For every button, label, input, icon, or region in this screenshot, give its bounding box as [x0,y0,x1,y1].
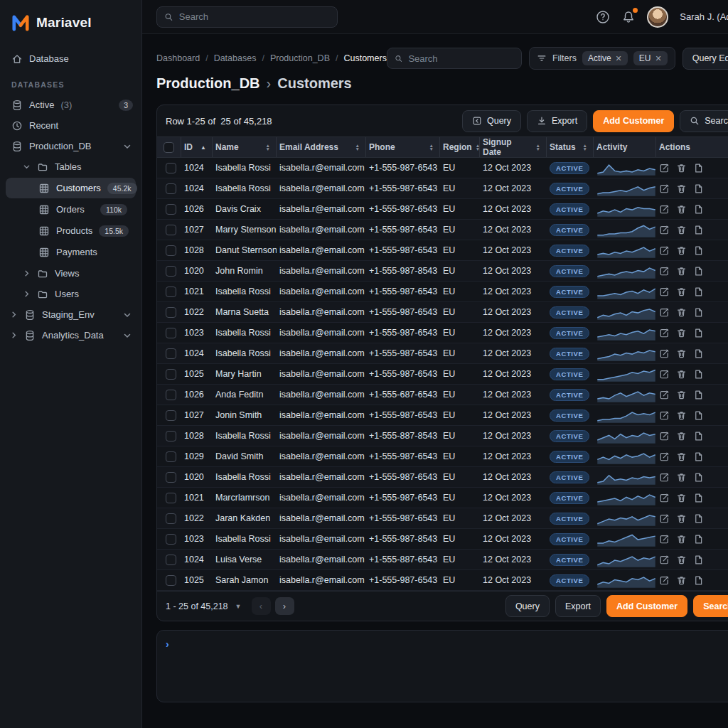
help-icon[interactable] [596,10,610,24]
export-button[interactable]: Export [527,110,587,132]
row-checkbox[interactable] [166,555,176,565]
filter-chip-active[interactable]: Active ✕ [582,51,628,65]
row-checkbox[interactable] [166,513,176,524]
edit-button[interactable] [659,451,670,462]
row-checkbox[interactable] [166,369,176,380]
table-row[interactable]: 1024 Isabella Rossi isabella.r@email.com… [157,158,728,178]
document-button[interactable] [693,307,704,318]
edit-button[interactable] [659,513,670,524]
row-checkbox[interactable] [166,534,176,545]
document-button[interactable] [693,451,704,462]
row-checkbox[interactable] [166,493,176,503]
edit-button[interactable] [659,307,670,318]
sidebar-item-recent[interactable]: Recent [0,115,141,136]
sidebar-item-tables[interactable]: Tables [0,156,141,177]
document-button[interactable] [693,390,704,400]
chevron-right-icon[interactable] [23,269,31,277]
remove-filter-icon[interactable]: ✕ [616,54,622,63]
table-row[interactable]: 1025 Sarah Jamon isabella.r@email.com +1… [157,570,728,591]
chevron-down-icon[interactable] [23,163,31,171]
column-header-name[interactable]: Name ▲▼ [213,137,277,157]
user-menu[interactable]: Sarah J. (Admin) [680,11,728,22]
delete-button[interactable] [676,245,687,256]
table-row[interactable]: 1024 Isabella Rossi isabella.r@email.com… [157,178,728,199]
row-checkbox[interactable] [166,328,176,338]
table-row[interactable]: 1028 Isabella Rossi isabella.r@email.com… [157,426,728,446]
sidebar-item-database[interactable]: Database [0,48,141,69]
row-checkbox[interactable] [166,225,176,235]
row-checkbox[interactable] [166,163,176,173]
delete-button[interactable] [676,204,687,215]
document-button[interactable] [693,245,704,256]
delete-button[interactable] [676,163,687,173]
delete-button[interactable] [676,183,687,194]
page-search[interactable] [387,48,522,69]
row-checkbox[interactable] [166,575,176,586]
edit-button[interactable] [659,225,670,235]
table-row[interactable]: 1026 Anda Feditn isabella.r@email.com +1… [157,385,728,405]
delete-button[interactable] [676,348,687,359]
page-size-dropdown[interactable]: ▼ [235,603,242,610]
edit-button[interactable] [659,163,670,173]
sidebar-item-payments[interactable]: Payments [6,242,136,262]
table-row[interactable]: 1022 Jaran Kakden isabella.r@email.com +… [157,508,728,529]
query-button[interactable]: Query [505,595,550,617]
document-button[interactable] [693,555,704,565]
remove-filter-icon[interactable]: ✕ [655,54,662,63]
query-editor-button[interactable]: Query Editor [682,48,728,70]
table-row[interactable]: 1024 Luisa Verse isabella.r@email.com +1… [157,550,728,570]
edit-button[interactable] [659,431,670,441]
document-button[interactable] [693,369,704,380]
document-button[interactable] [693,266,704,277]
column-header-id[interactable]: ID ▲ [181,137,213,157]
document-button[interactable] [693,328,704,338]
sidebar-item-production-db[interactable]: Production_DB [0,136,141,156]
row-checkbox[interactable] [166,410,176,421]
sidebar-item-active[interactable]: Active (3) 3 [0,95,141,115]
row-checkbox[interactable] [166,287,176,297]
chevron-down-icon[interactable] [123,142,132,151]
delete-button[interactable] [676,534,687,545]
filter-chip-eu[interactable]: EU ✕ [633,51,668,65]
delete-button[interactable] [676,575,687,586]
edit-button[interactable] [659,328,670,338]
row-checkbox[interactable] [166,245,176,256]
console-prompt-chevron[interactable]: › [166,638,169,650]
sidebar-item-users[interactable]: Users [0,284,141,304]
sidebar-item-analytics-data[interactable]: Analytics_Data [0,325,141,346]
table-row[interactable]: 1023 Isabella Rossi isabella.r@email.com… [157,529,728,550]
edit-button[interactable] [659,472,670,483]
query-button[interactable]: Query [462,110,521,132]
delete-button[interactable] [676,472,687,483]
delete-button[interactable] [676,451,687,462]
edit-button[interactable] [659,348,670,359]
delete-button[interactable] [676,328,687,338]
global-search-input[interactable] [179,11,330,22]
table-row[interactable]: 1027 Jonin Smith isabella.r@email.com +1… [157,405,728,426]
global-search[interactable] [156,6,338,28]
document-button[interactable] [693,183,704,194]
row-checkbox[interactable] [166,348,176,359]
edit-button[interactable] [659,575,670,586]
sidebar-item-products[interactable]: Products 15.5k [6,220,136,241]
table-row[interactable]: 1025 Mary Hartin isabella.r@email.com +1… [157,364,728,385]
row-checkbox[interactable] [166,472,176,483]
document-button[interactable] [693,575,704,586]
breadcrumb-databases[interactable]: Databases [214,53,257,63]
chevron-down-icon[interactable] [123,331,132,340]
row-checkbox[interactable] [166,451,176,462]
column-header-status[interactable]: Status ▲▼ [547,137,594,157]
breadcrumb-dashboard[interactable]: Dashboard [156,53,200,63]
table-row[interactable]: 1021 Isabella Rossi isabella.r@email.com… [157,282,728,302]
document-button[interactable] [693,287,704,297]
table-row[interactable]: 1028 Danut Sternson isabella.r@email.com… [157,240,728,261]
sidebar-item-customers[interactable]: Customers 45.2k [6,178,136,198]
breadcrumb-production-db[interactable]: Production_DB [270,53,330,63]
edit-button[interactable] [659,287,670,297]
edit-button[interactable] [659,369,670,380]
search-button[interactable]: Search [693,595,728,617]
document-button[interactable] [693,225,704,235]
delete-button[interactable] [676,513,687,524]
prev-page-button[interactable]: ‹ [252,597,271,615]
column-header-signup-date[interactable]: Signup Date ▲▼ [480,137,547,157]
